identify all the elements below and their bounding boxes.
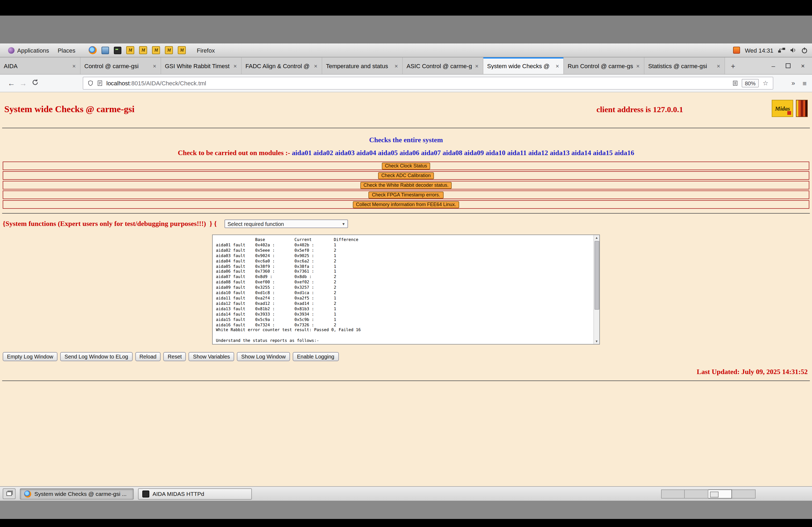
scroll-down-icon[interactable]: ▼ <box>595 338 598 344</box>
minimize-button[interactable]: – <box>770 62 777 70</box>
new-tab-button[interactable]: + <box>725 57 741 74</box>
toolbar-right: » ≡ <box>791 79 807 87</box>
distro-logo-icon <box>8 47 14 54</box>
reload-page-button[interactable]: Reload <box>135 352 161 361</box>
maximize-button[interactable] <box>786 63 791 68</box>
check-button-rows: Check Clock Status Check ADC Calibration… <box>0 162 812 209</box>
files-launcher-icon[interactable] <box>102 46 109 54</box>
volume-icon[interactable] <box>790 47 796 53</box>
tab-label: Statistics @ carme-gsi <box>648 62 714 69</box>
send-log-to-elog-button[interactable]: Send Log Window to ELog <box>60 352 132 361</box>
tab-white-rabbit[interactable]: GSI White Rabbit Timest × <box>161 57 242 74</box>
places-menu-label: Places <box>58 47 75 54</box>
panel-clock[interactable]: Wed 14:31 <box>745 47 773 54</box>
page-info-icon[interactable] <box>97 80 103 86</box>
tab-system-wide-checks[interactable]: System wide Checks @ × <box>483 57 564 74</box>
log-window[interactable]: Base Current Difference aida01 fault 0x4… <box>212 235 600 345</box>
taskbar-item-label: AIDA MIDAS HTTPd <box>153 491 204 497</box>
terminal-launcher-icon[interactable] <box>114 46 122 54</box>
midas-launcher-icon[interactable]: M <box>152 46 160 54</box>
tab-statistics[interactable]: Statistics @ carme-gsi × <box>644 57 725 74</box>
close-window-button[interactable]: × <box>799 62 807 70</box>
show-desktop-button[interactable] <box>3 488 16 499</box>
power-icon[interactable] <box>801 47 808 54</box>
divider <box>2 128 810 128</box>
forward-button[interactable]: → <box>17 79 29 88</box>
midas-launcher-icon[interactable]: M <box>178 46 186 54</box>
tab-close-icon[interactable]: × <box>475 62 479 69</box>
tab-label: Control @ carme-gsi <box>84 62 150 69</box>
tab-fadc[interactable]: FADC Align & Control @ × <box>242 57 322 74</box>
tab-control[interactable]: Control @ carme-gsi × <box>81 57 161 74</box>
url-bar[interactable]: localhost:8015/AIDA/Check/Check.tml 80% … <box>83 77 773 90</box>
reload-button[interactable] <box>29 79 41 88</box>
check-white-rabbit-button[interactable]: Check the White Rabbit decoder status. <box>360 182 452 189</box>
tab-close-icon[interactable]: × <box>233 62 237 69</box>
tab-label: ASIC Control @ carme-g <box>407 62 472 69</box>
check-row: Check the White Rabbit decoder status. <box>3 181 809 190</box>
back-button[interactable]: ← <box>5 79 17 88</box>
check-clock-status-button[interactable]: Check Clock Status <box>381 162 430 169</box>
log-scrollbar[interactable]: ▲ ▼ <box>593 235 599 344</box>
client-address: client address is 127.0.0.1 <box>596 105 683 114</box>
midas-launcher-icon[interactable]: M <box>139 46 147 54</box>
tab-run-control[interactable]: Run Control @ carme-gs × <box>564 57 644 74</box>
bookmark-star-icon[interactable]: ☆ <box>763 79 768 87</box>
midas-launcher-icon[interactable]: M <box>127 46 134 54</box>
modules-line: Check to be carried out on modules :- ai… <box>0 149 812 157</box>
applications-menu[interactable]: Applications <box>4 45 53 55</box>
applications-menu-label: Applications <box>17 47 49 54</box>
shield-icon[interactable] <box>88 80 93 86</box>
function-select-value: Select required function <box>228 221 342 227</box>
taskbar-item-firefox[interactable]: System wide Checks @ carme-gsi ... <box>20 488 134 499</box>
enable-logging-button[interactable]: Enable Logging <box>293 352 338 361</box>
empty-log-window-button[interactable]: Empty Log Window <box>3 352 57 361</box>
chevron-down-icon: ▾ <box>342 221 345 226</box>
tab-close-icon[interactable]: × <box>394 62 398 69</box>
places-menu[interactable]: Places <box>54 45 79 55</box>
tab-label: Temperature and status <box>326 62 392 69</box>
desktop-background-top <box>0 16 812 44</box>
midas-launcher-icon[interactable]: M <box>165 46 173 54</box>
firefox-launcher-icon[interactable] <box>89 46 97 54</box>
tab-asic-control[interactable]: ASIC Control @ carme-g × <box>403 57 483 74</box>
page-header: System wide Checks @ carme-gsi client ad… <box>0 92 812 117</box>
workspace-cell-current[interactable] <box>708 489 732 498</box>
active-window-label: Firefox <box>197 47 215 54</box>
tab-close-icon[interactable]: × <box>313 62 318 69</box>
tab-close-icon[interactable]: × <box>555 62 560 69</box>
page-title: System wide Checks @ carme-gsi <box>4 104 134 115</box>
desktop-screen: Applications Places M M M M M Firefox We… <box>0 0 812 527</box>
url-text: localhost:8015/AIDA/Check/Check.tml <box>106 80 206 86</box>
check-row: Check ADC Calibration <box>3 171 809 180</box>
scrollbar-thumb[interactable] <box>594 241 599 310</box>
tab-close-icon[interactable]: × <box>716 62 721 69</box>
overflow-menu-icon[interactable]: » <box>791 79 795 87</box>
zoom-level-button[interactable]: 80% <box>742 79 759 88</box>
reader-mode-icon[interactable] <box>733 80 738 86</box>
last-updated: Last Updated: July 09, 2025 14:31:52 <box>0 367 808 376</box>
workspace-cell[interactable] <box>661 489 685 498</box>
function-select[interactable]: Select required function ▾ <box>224 220 348 228</box>
network-icon[interactable] <box>778 47 785 53</box>
taskbar: System wide Checks @ carme-gsi ... AIDA … <box>0 486 812 501</box>
show-log-window-button[interactable]: Show Log Window <box>237 352 290 361</box>
tab-close-icon[interactable]: × <box>636 62 640 69</box>
tab-aida[interactable]: AIDA × <box>0 57 81 74</box>
taskbar-item-terminal[interactable]: AIDA MIDAS HTTPd <box>138 488 252 499</box>
url-path: :8015/AIDA/Check/Check.tml <box>130 80 206 86</box>
check-fpga-timestamp-button[interactable]: Check FPGA Timestamp errors. <box>369 191 443 198</box>
workspace-cell[interactable] <box>685 489 708 498</box>
notification-icon[interactable] <box>733 47 740 54</box>
workspace-cell[interactable] <box>732 489 756 498</box>
collect-memory-info-button[interactable]: Collect Memory information from FEE64 Li… <box>352 201 459 208</box>
tab-close-icon[interactable]: × <box>152 62 157 69</box>
tab-close-icon[interactable]: × <box>72 62 76 69</box>
scroll-up-icon[interactable]: ▲ <box>595 235 598 240</box>
check-adc-calibration-button[interactable]: Check ADC Calibration <box>378 172 434 179</box>
reset-button[interactable]: Reset <box>163 352 186 361</box>
show-variables-button[interactable]: Show Variables <box>189 352 234 361</box>
tab-temperature[interactable]: Temperature and status × <box>322 57 403 74</box>
windows-icon <box>6 492 12 496</box>
hamburger-menu-icon[interactable]: ≡ <box>802 79 807 87</box>
